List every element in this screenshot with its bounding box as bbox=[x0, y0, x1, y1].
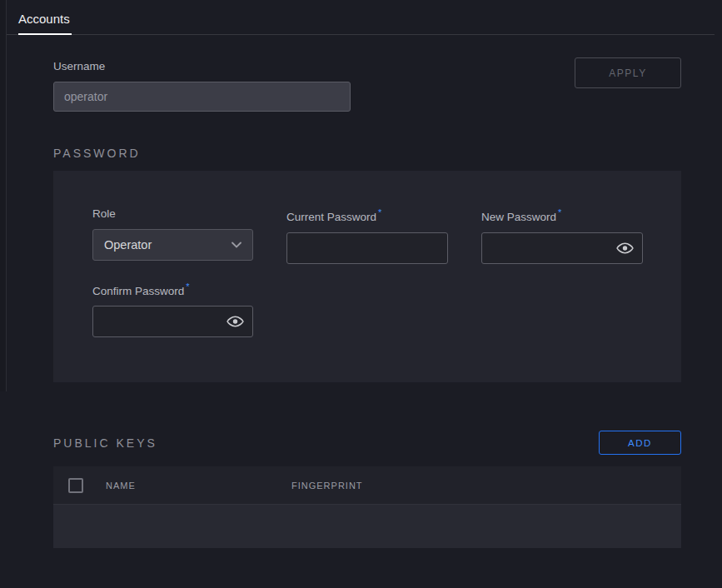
public-keys-section-title: PUBLIC KEYS bbox=[53, 436, 157, 450]
show-password-eye-icon[interactable] bbox=[616, 242, 634, 254]
column-header-fingerprint: FINGERPRINT bbox=[291, 481, 363, 491]
role-select[interactable]: Operator bbox=[92, 229, 253, 261]
public-keys-header: PUBLIC KEYS ADD bbox=[53, 431, 681, 455]
show-password-eye-icon[interactable] bbox=[227, 316, 244, 328]
role-label: Role bbox=[92, 207, 253, 220]
username-input[interactable] bbox=[53, 82, 351, 112]
required-asterisk: * bbox=[378, 207, 381, 217]
required-asterisk: * bbox=[186, 282, 189, 292]
confirm-password-field-group: Confirm Password* bbox=[92, 282, 253, 338]
role-selected-value: Operator bbox=[104, 238, 152, 252]
public-keys-empty-row bbox=[53, 505, 681, 548]
accounts-page: Username APPLY PASSWORD Role Operator Cu… bbox=[0, 60, 722, 548]
chevron-down-icon bbox=[232, 242, 241, 248]
username-row: Username APPLY bbox=[53, 60, 681, 112]
public-keys-table-header: NAME FINGERPRINT bbox=[53, 466, 681, 505]
new-password-label: New Password* bbox=[481, 207, 643, 223]
tab-bar: Accounts bbox=[0, 0, 715, 35]
password-panel: Role Operator Current Password* New Pass… bbox=[53, 171, 681, 382]
add-public-key-button[interactable]: ADD bbox=[599, 431, 681, 455]
confirm-password-label: Confirm Password* bbox=[92, 282, 253, 297]
current-password-field-group: Current Password* bbox=[286, 207, 448, 264]
new-password-field-group: New Password* bbox=[481, 207, 643, 264]
select-all-checkbox[interactable] bbox=[68, 478, 83, 493]
username-label: Username bbox=[53, 60, 351, 72]
password-fields-grid: Role Operator Current Password* New Pass… bbox=[92, 207, 642, 337]
password-section-title: PASSWORD bbox=[53, 147, 681, 160]
required-asterisk: * bbox=[558, 207, 561, 217]
current-password-input[interactable] bbox=[286, 232, 448, 264]
new-password-input-wrap bbox=[481, 232, 643, 264]
left-edge-strip bbox=[0, 0, 7, 391]
public-keys-table: NAME FINGERPRINT bbox=[53, 466, 681, 548]
current-password-label: Current Password* bbox=[286, 207, 448, 223]
tab-accounts[interactable]: Accounts bbox=[18, 12, 72, 35]
column-header-name: NAME bbox=[106, 481, 291, 491]
role-field-group: Role Operator bbox=[92, 207, 253, 264]
username-field-group: Username bbox=[53, 60, 351, 112]
apply-button[interactable]: APPLY bbox=[575, 57, 681, 88]
current-password-input-wrap bbox=[286, 232, 448, 264]
confirm-password-input-wrap bbox=[92, 306, 253, 337]
